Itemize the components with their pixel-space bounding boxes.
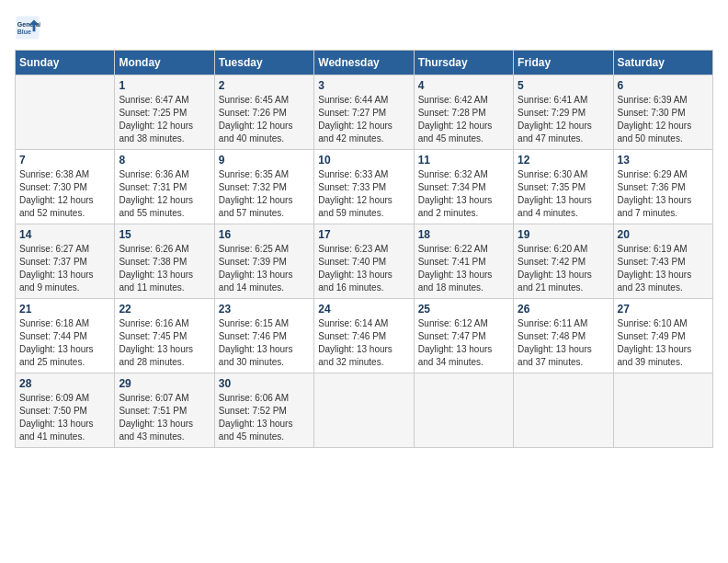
day-number: 13 [618,154,709,167]
cell-content: Sunrise: 6:07 AM Sunset: 7:51 PM Dayligh… [119,392,210,443]
week-row-1: 7Sunrise: 6:38 AM Sunset: 7:30 PM Daylig… [16,150,713,224]
svg-text:Blue: Blue [17,29,31,35]
calendar-cell: 28Sunrise: 6:09 AM Sunset: 7:50 PM Dayli… [16,373,115,448]
header-cell-saturday: Saturday [613,51,712,75]
week-row-2: 14Sunrise: 6:27 AM Sunset: 7:37 PM Dayli… [16,224,713,299]
day-number: 5 [518,79,609,92]
cell-content: Sunrise: 6:19 AM Sunset: 7:43 PM Dayligh… [618,243,709,294]
calendar-cell: 11Sunrise: 6:32 AM Sunset: 7:34 PM Dayli… [414,150,513,224]
calendar-cell: 14Sunrise: 6:27 AM Sunset: 7:37 PM Dayli… [16,224,115,299]
cell-content: Sunrise: 6:18 AM Sunset: 7:44 PM Dayligh… [19,317,110,369]
calendar-cell: 25Sunrise: 6:12 AM Sunset: 7:47 PM Dayli… [414,299,513,373]
calendar-cell: 2Sunrise: 6:45 AM Sunset: 7:26 PM Daylig… [214,75,313,150]
day-number: 29 [119,377,210,390]
cell-content: Sunrise: 6:10 AM Sunset: 7:49 PM Dayligh… [618,317,709,369]
calendar-table: SundayMondayTuesdayWednesdayThursdayFrid… [15,50,713,448]
calendar-cell: 5Sunrise: 6:41 AM Sunset: 7:29 PM Daylig… [514,75,613,150]
header-cell-wednesday: Wednesday [314,51,414,75]
day-number: 10 [318,154,409,167]
calendar-cell [613,373,712,448]
calendar-cell: 16Sunrise: 6:25 AM Sunset: 7:39 PM Dayli… [214,224,313,299]
cell-content: Sunrise: 6:30 AM Sunset: 7:35 PM Dayligh… [518,168,609,220]
calendar-cell: 22Sunrise: 6:16 AM Sunset: 7:45 PM Dayli… [115,299,214,373]
cell-content: Sunrise: 6:45 AM Sunset: 7:26 PM Dayligh… [219,94,310,145]
cell-content: Sunrise: 6:25 AM Sunset: 7:39 PM Dayligh… [219,243,310,294]
cell-content: Sunrise: 6:27 AM Sunset: 7:37 PM Dayligh… [19,243,110,294]
day-number: 23 [219,303,310,316]
cell-content: Sunrise: 6:36 AM Sunset: 7:31 PM Dayligh… [119,168,210,220]
cell-content: Sunrise: 6:42 AM Sunset: 7:28 PM Dayligh… [418,94,509,145]
calendar-cell: 1Sunrise: 6:47 AM Sunset: 7:25 PM Daylig… [115,75,214,150]
calendar-cell: 24Sunrise: 6:14 AM Sunset: 7:46 PM Dayli… [314,299,414,373]
day-number: 30 [219,377,310,390]
day-number: 28 [19,377,110,390]
header-cell-tuesday: Tuesday [214,51,313,75]
day-number: 4 [418,79,509,92]
day-number: 1 [119,79,210,92]
day-number: 26 [518,303,609,316]
header-cell-sunday: Sunday [16,51,115,75]
cell-content: Sunrise: 6:38 AM Sunset: 7:30 PM Dayligh… [19,168,110,220]
cell-content: Sunrise: 6:23 AM Sunset: 7:40 PM Dayligh… [318,243,409,294]
header-cell-monday: Monday [115,51,214,75]
calendar-cell: 3Sunrise: 6:44 AM Sunset: 7:27 PM Daylig… [314,75,414,150]
calendar-cell: 9Sunrise: 6:35 AM Sunset: 7:32 PM Daylig… [214,150,313,224]
calendar-cell: 13Sunrise: 6:29 AM Sunset: 7:36 PM Dayli… [613,150,712,224]
calendar-cell: 20Sunrise: 6:19 AM Sunset: 7:43 PM Dayli… [613,224,712,299]
cell-content: Sunrise: 6:20 AM Sunset: 7:42 PM Dayligh… [518,243,609,294]
header: General Blue [15,15,713,40]
cell-content: Sunrise: 6:47 AM Sunset: 7:25 PM Dayligh… [119,94,210,145]
cell-content: Sunrise: 6:44 AM Sunset: 7:27 PM Dayligh… [318,94,409,145]
calendar-cell [414,373,513,448]
cell-content: Sunrise: 6:06 AM Sunset: 7:52 PM Dayligh… [219,392,310,443]
calendar-cell [314,373,414,448]
logo-icon: General Blue [15,15,40,40]
day-number: 12 [518,154,609,167]
cell-content: Sunrise: 6:35 AM Sunset: 7:32 PM Dayligh… [219,168,310,220]
cell-content: Sunrise: 6:09 AM Sunset: 7:50 PM Dayligh… [19,392,110,443]
day-number: 24 [318,303,409,316]
day-number: 22 [119,303,210,316]
day-number: 25 [418,303,509,316]
cell-content: Sunrise: 6:11 AM Sunset: 7:48 PM Dayligh… [518,317,609,369]
header-cell-thursday: Thursday [414,51,513,75]
day-number: 27 [618,303,709,316]
cell-content: Sunrise: 6:41 AM Sunset: 7:29 PM Dayligh… [518,94,609,145]
cell-content: Sunrise: 6:15 AM Sunset: 7:46 PM Dayligh… [219,317,310,369]
cell-content: Sunrise: 6:16 AM Sunset: 7:45 PM Dayligh… [119,317,210,369]
day-number: 19 [518,228,609,241]
cell-content: Sunrise: 6:29 AM Sunset: 7:36 PM Dayligh… [618,168,709,220]
calendar-cell: 4Sunrise: 6:42 AM Sunset: 7:28 PM Daylig… [414,75,513,150]
day-number: 11 [418,154,509,167]
calendar-cell: 15Sunrise: 6:26 AM Sunset: 7:38 PM Dayli… [115,224,214,299]
day-number: 17 [318,228,409,241]
day-number: 7 [19,154,110,167]
calendar-cell: 8Sunrise: 6:36 AM Sunset: 7:31 PM Daylig… [115,150,214,224]
cell-content: Sunrise: 6:14 AM Sunset: 7:46 PM Dayligh… [318,317,409,369]
calendar-header: SundayMondayTuesdayWednesdayThursdayFrid… [16,51,713,75]
cell-content: Sunrise: 6:33 AM Sunset: 7:33 PM Dayligh… [318,168,409,220]
day-number: 3 [318,79,409,92]
calendar-cell: 29Sunrise: 6:07 AM Sunset: 7:51 PM Dayli… [115,373,214,448]
calendar-cell: 6Sunrise: 6:39 AM Sunset: 7:30 PM Daylig… [613,75,712,150]
header-row: SundayMondayTuesdayWednesdayThursdayFrid… [16,51,713,75]
header-cell-friday: Friday [514,51,613,75]
calendar-cell: 21Sunrise: 6:18 AM Sunset: 7:44 PM Dayli… [16,299,115,373]
calendar-cell: 30Sunrise: 6:06 AM Sunset: 7:52 PM Dayli… [214,373,313,448]
calendar-cell [16,75,115,150]
cell-content: Sunrise: 6:26 AM Sunset: 7:38 PM Dayligh… [119,243,210,294]
calendar-cell: 18Sunrise: 6:22 AM Sunset: 7:41 PM Dayli… [414,224,513,299]
calendar-cell: 12Sunrise: 6:30 AM Sunset: 7:35 PM Dayli… [514,150,613,224]
day-number: 16 [219,228,310,241]
cell-content: Sunrise: 6:12 AM Sunset: 7:47 PM Dayligh… [418,317,509,369]
cell-content: Sunrise: 6:22 AM Sunset: 7:41 PM Dayligh… [418,243,509,294]
logo: General Blue [15,15,44,40]
day-number: 18 [418,228,509,241]
day-number: 9 [219,154,310,167]
cell-content: Sunrise: 6:32 AM Sunset: 7:34 PM Dayligh… [418,168,509,220]
day-number: 21 [19,303,110,316]
day-number: 2 [219,79,310,92]
calendar-cell: 26Sunrise: 6:11 AM Sunset: 7:48 PM Dayli… [514,299,613,373]
calendar-cell: 17Sunrise: 6:23 AM Sunset: 7:40 PM Dayli… [314,224,414,299]
week-row-0: 1Sunrise: 6:47 AM Sunset: 7:25 PM Daylig… [16,75,713,150]
